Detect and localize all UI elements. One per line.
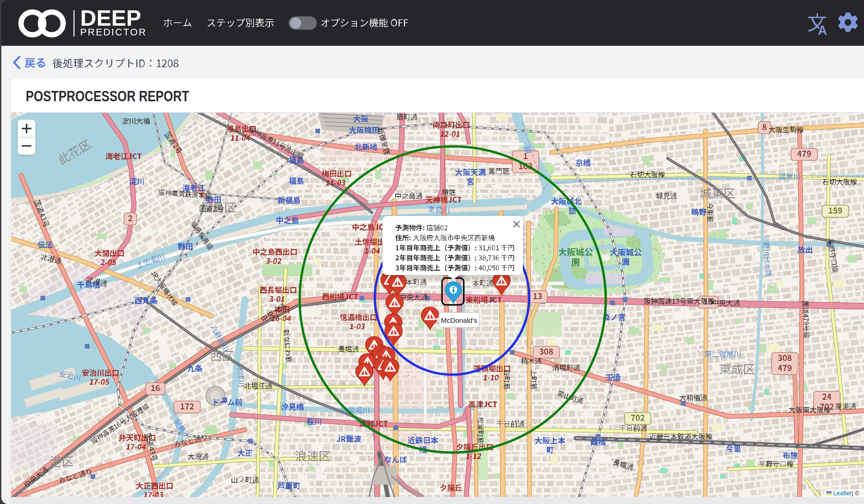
svg-text:| ©: | ©	[852, 490, 859, 497]
svg-text:A: A	[818, 23, 827, 37]
svg-text:POSTPROCESSOR REPORT: POSTPROCESSOR REPORT	[26, 87, 189, 105]
svg-text:PREDICTOR: PREDICTOR	[80, 27, 147, 37]
svg-text:McDonald's: McDonald's	[441, 316, 477, 324]
svg-text:Leaflet: Leaflet	[833, 490, 851, 497]
